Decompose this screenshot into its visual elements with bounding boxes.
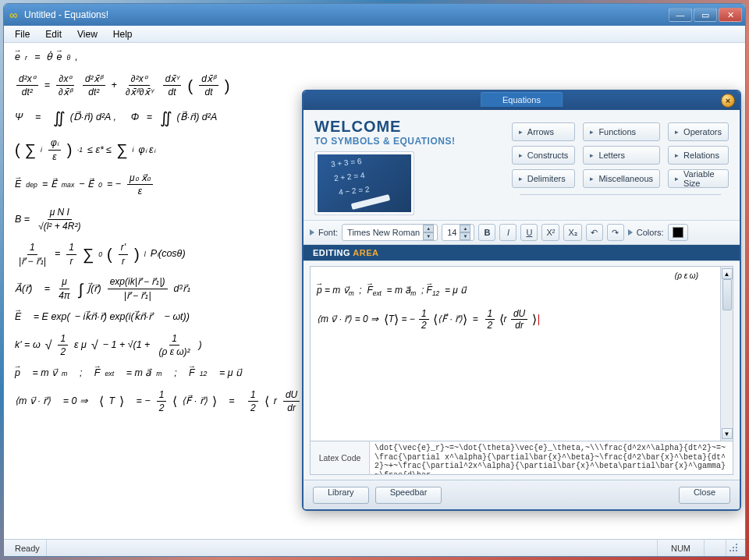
category-variable-size[interactable]: Variable Size: [668, 169, 729, 188]
latex-code-row: Latex Code \dot{\vec{e}_r}~=~\dot{\theta…: [310, 441, 733, 475]
category-constructs[interactable]: Constructs: [512, 146, 576, 165]
scroll-down-button[interactable]: ▼: [722, 428, 733, 439]
maximize-button[interactable]: ▭: [694, 8, 717, 22]
svg-rect-1: [733, 547, 734, 548]
font-size-select[interactable]: 14 ▲▼: [442, 224, 474, 241]
status-num: NUM: [658, 540, 705, 556]
menu-help[interactable]: Help: [105, 27, 140, 41]
titlebar[interactable]: ∞ Untitled - Equations! — ▭ ✕: [4, 4, 745, 26]
welcome-thumbnail: 3 + 3 = 6 2 + 2 = 4 4 − 2 = 2: [314, 151, 414, 215]
app-icon: ∞: [7, 9, 20, 21]
undo-button[interactable]: ↶: [586, 224, 603, 241]
subscript-button[interactable]: X₂: [563, 224, 581, 241]
category-delimiters[interactable]: Delimiters: [512, 169, 576, 188]
welcome-heading: WELCOME: [314, 118, 501, 136]
category-letters[interactable]: Letters: [583, 146, 660, 165]
resize-grip-icon[interactable]: [726, 542, 740, 555]
editor-cursor: [538, 314, 539, 325]
latex-code-field[interactable]: \dot{\vec{e}_r}~=~\dot{\theta}\vec{e}_\t…: [370, 441, 733, 474]
font-select[interactable]: Times New Roman ▲▼: [342, 224, 438, 241]
dialog-close-button[interactable]: ×: [721, 94, 735, 108]
statusbar: Ready NUM: [4, 539, 745, 556]
underline-button[interactable]: U: [520, 224, 538, 241]
speedbar-button[interactable]: Speedbar: [375, 487, 442, 504]
svg-rect-4: [733, 550, 734, 551]
scroll-up-button[interactable]: ▲: [722, 268, 733, 279]
window-title: Untitled - Equations!: [24, 9, 669, 20]
svg-rect-0: [736, 544, 737, 545]
dialog-close-footer-button[interactable]: Close: [679, 487, 730, 504]
equations-dialog: Equations × WELCOME TO SYMBOLS & EQUATIO…: [302, 90, 741, 511]
italic-button[interactable]: I: [499, 224, 516, 241]
menu-edit[interactable]: Edit: [37, 27, 69, 41]
category-functions[interactable]: Functions: [583, 122, 660, 141]
expand-colors-icon[interactable]: [628, 229, 633, 236]
dialog-footer: Library Speedbar Close: [304, 480, 740, 509]
client-area: er = θ̇eθ , d²xᵅdt² = ∂xᵅ∂x̄ᵝ d²x̄ᵝdt² +…: [4, 43, 745, 539]
format-toolbar: Font: Times New Roman ▲▼ 14 ▲▼ B I U X² …: [304, 220, 740, 245]
equation-editor[interactable]: (ρ ε ω) p = m v⃗m ; Fext = m a⃗m ; F12 =…: [311, 267, 720, 441]
dialog-tab-equations[interactable]: Equations: [480, 92, 563, 107]
category-miscellaneous[interactable]: Miscellaneous: [583, 169, 660, 188]
window-buttons: — ▭ ✕: [669, 8, 742, 22]
redo-button[interactable]: ↷: [607, 224, 624, 241]
svg-rect-5: [736, 550, 737, 551]
font-label: Font:: [318, 228, 338, 237]
expand-font-icon[interactable]: [310, 229, 314, 236]
dialog-titlebar[interactable]: Equations ×: [304, 91, 740, 110]
color-picker[interactable]: [668, 224, 688, 241]
color-swatch-icon: [673, 227, 683, 238]
menubar: File Edit View Help: [4, 26, 745, 43]
category-relations[interactable]: Relations: [668, 146, 729, 165]
app-window: ∞ Untitled - Equations! — ▭ ✕ File Edit …: [3, 3, 746, 557]
editing-area-header: EDITING AREA: [304, 245, 740, 261]
svg-rect-3: [729, 550, 731, 551]
status-ready: Ready: [9, 540, 47, 556]
minimize-button[interactable]: —: [669, 8, 692, 22]
category-arrows[interactable]: Arrows: [512, 122, 576, 141]
library-button[interactable]: Library: [313, 487, 369, 504]
menu-view[interactable]: View: [69, 27, 105, 41]
scroll-thumb[interactable]: [722, 279, 732, 310]
svg-rect-2: [736, 547, 737, 548]
category-grid: Arrows Functions Operators Constructs Le…: [512, 118, 729, 215]
welcome-subheading: TO SYMBOLS & EQUATIONS!: [314, 136, 501, 147]
bold-button[interactable]: B: [478, 224, 495, 241]
menu-file[interactable]: File: [7, 27, 37, 41]
category-operators[interactable]: Operators: [668, 122, 729, 141]
latex-label: Latex Code: [311, 441, 370, 474]
colors-label: Colors:: [637, 228, 664, 237]
superscript-button[interactable]: X²: [541, 224, 559, 241]
editor-scrollbar[interactable]: ▲ ▼: [720, 267, 733, 441]
editing-area: (ρ ε ω) p = m v⃗m ; Fext = m a⃗m ; F12 =…: [310, 266, 733, 441]
close-button[interactable]: ✕: [719, 8, 742, 22]
